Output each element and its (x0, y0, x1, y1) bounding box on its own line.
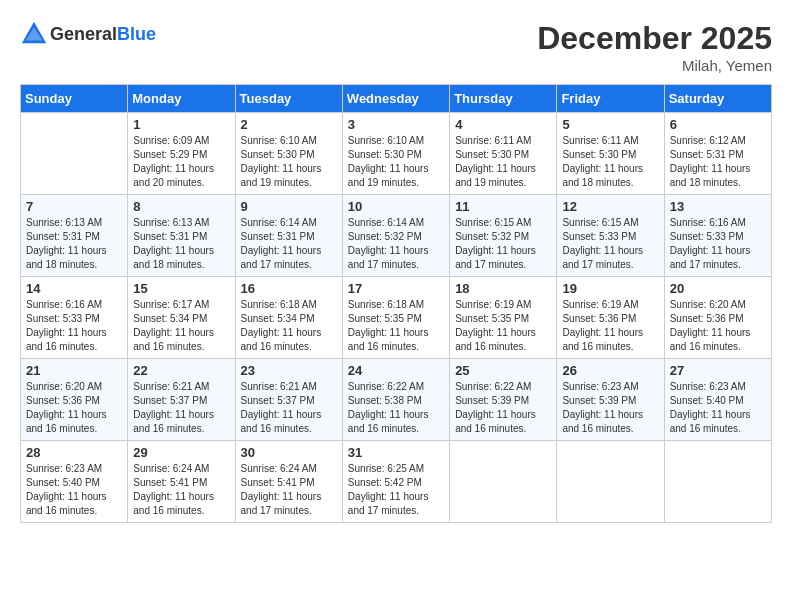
calendar-cell: 25Sunrise: 6:22 AM Sunset: 5:39 PM Dayli… (450, 359, 557, 441)
cell-info: Sunrise: 6:20 AM Sunset: 5:36 PM Dayligh… (26, 380, 122, 436)
calendar-cell: 17Sunrise: 6:18 AM Sunset: 5:35 PM Dayli… (342, 277, 449, 359)
cell-info: Sunrise: 6:16 AM Sunset: 5:33 PM Dayligh… (670, 216, 766, 272)
calendar-cell: 19Sunrise: 6:19 AM Sunset: 5:36 PM Dayli… (557, 277, 664, 359)
calendar-cell: 20Sunrise: 6:20 AM Sunset: 5:36 PM Dayli… (664, 277, 771, 359)
day-number: 17 (348, 281, 444, 296)
calendar-header: SundayMondayTuesdayWednesdayThursdayFrid… (21, 85, 772, 113)
calendar-body: 1Sunrise: 6:09 AM Sunset: 5:29 PM Daylig… (21, 113, 772, 523)
cell-info: Sunrise: 6:12 AM Sunset: 5:31 PM Dayligh… (670, 134, 766, 190)
cell-info: Sunrise: 6:15 AM Sunset: 5:32 PM Dayligh… (455, 216, 551, 272)
calendar-cell: 22Sunrise: 6:21 AM Sunset: 5:37 PM Dayli… (128, 359, 235, 441)
calendar-cell (21, 113, 128, 195)
day-number: 28 (26, 445, 122, 460)
cell-info: Sunrise: 6:22 AM Sunset: 5:38 PM Dayligh… (348, 380, 444, 436)
cell-info: Sunrise: 6:23 AM Sunset: 5:40 PM Dayligh… (670, 380, 766, 436)
cell-info: Sunrise: 6:22 AM Sunset: 5:39 PM Dayligh… (455, 380, 551, 436)
calendar-week-row: 28Sunrise: 6:23 AM Sunset: 5:40 PM Dayli… (21, 441, 772, 523)
day-number: 26 (562, 363, 658, 378)
cell-info: Sunrise: 6:23 AM Sunset: 5:40 PM Dayligh… (26, 462, 122, 518)
calendar-cell: 26Sunrise: 6:23 AM Sunset: 5:39 PM Dayli… (557, 359, 664, 441)
page-header: GeneralBlue December 2025 Milah, Yemen (20, 20, 772, 74)
calendar-cell: 15Sunrise: 6:17 AM Sunset: 5:34 PM Dayli… (128, 277, 235, 359)
logo: GeneralBlue (20, 20, 156, 48)
weekday-header: Thursday (450, 85, 557, 113)
weekday-header: Friday (557, 85, 664, 113)
day-number: 29 (133, 445, 229, 460)
calendar-cell: 14Sunrise: 6:16 AM Sunset: 5:33 PM Dayli… (21, 277, 128, 359)
cell-info: Sunrise: 6:13 AM Sunset: 5:31 PM Dayligh… (26, 216, 122, 272)
day-number: 23 (241, 363, 337, 378)
calendar-cell: 29Sunrise: 6:24 AM Sunset: 5:41 PM Dayli… (128, 441, 235, 523)
cell-info: Sunrise: 6:10 AM Sunset: 5:30 PM Dayligh… (348, 134, 444, 190)
day-number: 7 (26, 199, 122, 214)
cell-info: Sunrise: 6:15 AM Sunset: 5:33 PM Dayligh… (562, 216, 658, 272)
day-number: 19 (562, 281, 658, 296)
cell-info: Sunrise: 6:14 AM Sunset: 5:32 PM Dayligh… (348, 216, 444, 272)
calendar-cell: 21Sunrise: 6:20 AM Sunset: 5:36 PM Dayli… (21, 359, 128, 441)
calendar-cell (557, 441, 664, 523)
cell-info: Sunrise: 6:11 AM Sunset: 5:30 PM Dayligh… (455, 134, 551, 190)
calendar-cell (664, 441, 771, 523)
calendar-cell: 18Sunrise: 6:19 AM Sunset: 5:35 PM Dayli… (450, 277, 557, 359)
day-number: 10 (348, 199, 444, 214)
weekday-header: Sunday (21, 85, 128, 113)
day-number: 15 (133, 281, 229, 296)
cell-info: Sunrise: 6:19 AM Sunset: 5:35 PM Dayligh… (455, 298, 551, 354)
day-number: 6 (670, 117, 766, 132)
calendar-cell: 11Sunrise: 6:15 AM Sunset: 5:32 PM Dayli… (450, 195, 557, 277)
title-block: December 2025 Milah, Yemen (537, 20, 772, 74)
cell-info: Sunrise: 6:10 AM Sunset: 5:30 PM Dayligh… (241, 134, 337, 190)
day-number: 14 (26, 281, 122, 296)
day-number: 21 (26, 363, 122, 378)
cell-info: Sunrise: 6:25 AM Sunset: 5:42 PM Dayligh… (348, 462, 444, 518)
cell-info: Sunrise: 6:14 AM Sunset: 5:31 PM Dayligh… (241, 216, 337, 272)
cell-info: Sunrise: 6:24 AM Sunset: 5:41 PM Dayligh… (133, 462, 229, 518)
day-number: 18 (455, 281, 551, 296)
calendar-cell: 7Sunrise: 6:13 AM Sunset: 5:31 PM Daylig… (21, 195, 128, 277)
day-number: 8 (133, 199, 229, 214)
logo-text-general: General (50, 24, 117, 44)
cell-info: Sunrise: 6:20 AM Sunset: 5:36 PM Dayligh… (670, 298, 766, 354)
weekday-header: Monday (128, 85, 235, 113)
calendar-week-row: 7Sunrise: 6:13 AM Sunset: 5:31 PM Daylig… (21, 195, 772, 277)
day-number: 27 (670, 363, 766, 378)
calendar-cell: 23Sunrise: 6:21 AM Sunset: 5:37 PM Dayli… (235, 359, 342, 441)
cell-info: Sunrise: 6:23 AM Sunset: 5:39 PM Dayligh… (562, 380, 658, 436)
cell-info: Sunrise: 6:18 AM Sunset: 5:34 PM Dayligh… (241, 298, 337, 354)
day-number: 20 (670, 281, 766, 296)
day-number: 24 (348, 363, 444, 378)
cell-info: Sunrise: 6:16 AM Sunset: 5:33 PM Dayligh… (26, 298, 122, 354)
calendar-cell: 3Sunrise: 6:10 AM Sunset: 5:30 PM Daylig… (342, 113, 449, 195)
cell-info: Sunrise: 6:17 AM Sunset: 5:34 PM Dayligh… (133, 298, 229, 354)
calendar-table: SundayMondayTuesdayWednesdayThursdayFrid… (20, 84, 772, 523)
calendar-cell: 5Sunrise: 6:11 AM Sunset: 5:30 PM Daylig… (557, 113, 664, 195)
calendar-cell: 8Sunrise: 6:13 AM Sunset: 5:31 PM Daylig… (128, 195, 235, 277)
cell-info: Sunrise: 6:13 AM Sunset: 5:31 PM Dayligh… (133, 216, 229, 272)
day-number: 30 (241, 445, 337, 460)
calendar-cell: 1Sunrise: 6:09 AM Sunset: 5:29 PM Daylig… (128, 113, 235, 195)
calendar-cell: 27Sunrise: 6:23 AM Sunset: 5:40 PM Dayli… (664, 359, 771, 441)
calendar-week-row: 1Sunrise: 6:09 AM Sunset: 5:29 PM Daylig… (21, 113, 772, 195)
calendar-cell: 13Sunrise: 6:16 AM Sunset: 5:33 PM Dayli… (664, 195, 771, 277)
logo-text-blue: Blue (117, 24, 156, 44)
day-number: 25 (455, 363, 551, 378)
day-number: 12 (562, 199, 658, 214)
day-number: 2 (241, 117, 337, 132)
cell-info: Sunrise: 6:11 AM Sunset: 5:30 PM Dayligh… (562, 134, 658, 190)
day-number: 13 (670, 199, 766, 214)
cell-info: Sunrise: 6:19 AM Sunset: 5:36 PM Dayligh… (562, 298, 658, 354)
cell-info: Sunrise: 6:21 AM Sunset: 5:37 PM Dayligh… (241, 380, 337, 436)
day-number: 31 (348, 445, 444, 460)
calendar-cell: 6Sunrise: 6:12 AM Sunset: 5:31 PM Daylig… (664, 113, 771, 195)
day-number: 22 (133, 363, 229, 378)
day-number: 4 (455, 117, 551, 132)
calendar-cell: 24Sunrise: 6:22 AM Sunset: 5:38 PM Dayli… (342, 359, 449, 441)
day-number: 3 (348, 117, 444, 132)
logo-icon (20, 20, 48, 48)
cell-info: Sunrise: 6:18 AM Sunset: 5:35 PM Dayligh… (348, 298, 444, 354)
calendar-cell: 31Sunrise: 6:25 AM Sunset: 5:42 PM Dayli… (342, 441, 449, 523)
calendar-cell (450, 441, 557, 523)
day-number: 11 (455, 199, 551, 214)
calendar-cell: 16Sunrise: 6:18 AM Sunset: 5:34 PM Dayli… (235, 277, 342, 359)
day-number: 5 (562, 117, 658, 132)
